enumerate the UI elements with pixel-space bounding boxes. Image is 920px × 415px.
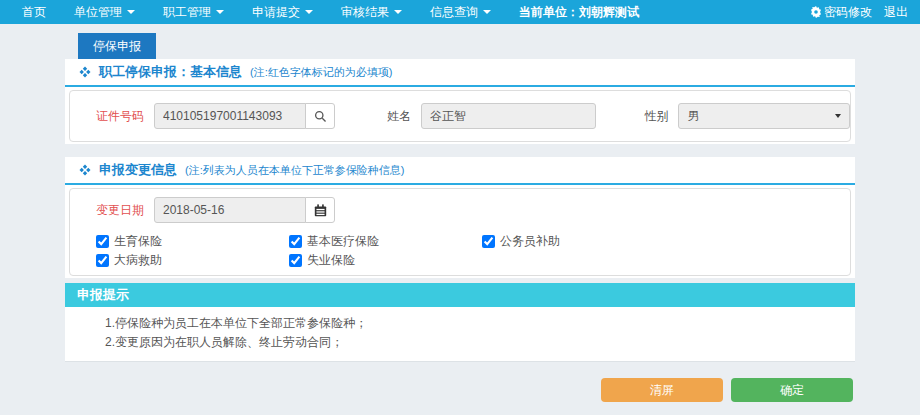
civil-servant-checkbox-label: 公务员补助 bbox=[500, 233, 560, 250]
nav-item-submit[interactable]: 申请提交 bbox=[238, 0, 327, 24]
id-number-input[interactable] bbox=[154, 103, 306, 129]
basic-medical-checkbox[interactable] bbox=[289, 235, 302, 248]
navbar-right: 密码修改 退出 bbox=[810, 4, 908, 21]
nav-item-info-query[interactable]: 信息查询 bbox=[416, 0, 505, 24]
tips-header: 申报提示 bbox=[65, 283, 855, 307]
confirm-button[interactable]: 确定 bbox=[731, 378, 853, 402]
chevron-down-icon bbox=[216, 10, 224, 14]
change-date-input[interactable] bbox=[154, 197, 306, 223]
nav-item-home-label: 首页 bbox=[22, 5, 46, 19]
chevron-down-icon bbox=[394, 10, 402, 14]
checkbox-item-maternity[interactable]: 生育保险 bbox=[96, 233, 289, 250]
calendar-button[interactable] bbox=[305, 197, 335, 223]
basic-info-strip: 证件号码 姓名 性别 男 bbox=[65, 87, 855, 144]
logout-label: 退出 bbox=[884, 4, 908, 21]
tab-stop-insurance-declare[interactable]: 停保申报 bbox=[78, 33, 156, 59]
password-change-label: 密码修改 bbox=[824, 4, 872, 21]
checkbox-item-unemployment[interactable]: 失业保险 bbox=[289, 252, 482, 269]
tip-line-2: 2.变更原因为在职人员解除、终止劳动合同； bbox=[105, 333, 855, 352]
civil-servant-checkbox[interactable] bbox=[482, 235, 495, 248]
change-date-input-group bbox=[154, 197, 335, 223]
checkbox-item-civil-servant[interactable]: 公务员补助 bbox=[482, 233, 675, 250]
section-change-title: 申报变更信息 bbox=[99, 161, 177, 179]
select-caret-icon bbox=[835, 114, 841, 118]
nav-item-review-result[interactable]: 审核结果 bbox=[327, 0, 416, 24]
nav-item-unit-mgmt-label: 单位管理 bbox=[74, 5, 122, 19]
nav-item-review-result-label: 审核结果 bbox=[341, 5, 389, 19]
tips-body: 1.停保险种为员工在本单位下全部正常参保险种； 2.变更原因为在职人员解除、终止… bbox=[65, 307, 855, 362]
serious-illness-checkbox[interactable] bbox=[96, 254, 109, 267]
section-basic-note: (注:红色字体标记的为必填项) bbox=[250, 65, 392, 80]
serious-illness-checkbox-label: 大病救助 bbox=[114, 252, 162, 269]
logout-link[interactable]: 退出 bbox=[884, 4, 908, 21]
nav-item-home[interactable]: 首页 bbox=[8, 0, 60, 24]
change-info-box: 变更日期 生育保险 基本医疗保险 bbox=[69, 188, 851, 276]
gear-icon bbox=[810, 6, 822, 18]
diamond-cluster-icon bbox=[79, 164, 91, 176]
checkbox-item-basic-medical[interactable]: 基本医疗保险 bbox=[289, 233, 482, 250]
id-number-label: 证件号码 bbox=[96, 108, 144, 125]
insurance-checkbox-grid: 生育保险 基本医疗保险 公务员补助 大病救助 失业保险 bbox=[70, 233, 850, 271]
tab-bar: 停保申报 bbox=[65, 33, 855, 59]
gender-label: 性别 bbox=[644, 108, 668, 125]
unemployment-checkbox[interactable] bbox=[289, 254, 302, 267]
chevron-down-icon bbox=[483, 10, 491, 14]
unemployment-checkbox-label: 失业保险 bbox=[307, 252, 355, 269]
nav-item-employee-mgmt[interactable]: 职工管理 bbox=[149, 0, 238, 24]
section-basic-title: 职工停保申报：基本信息 bbox=[99, 63, 242, 81]
chevron-down-icon bbox=[127, 10, 135, 14]
section-change-note: (注:列表为人员在本单位下正常参保险种信息) bbox=[185, 163, 404, 178]
gender-select[interactable]: 男 bbox=[678, 103, 850, 129]
search-icon bbox=[314, 110, 327, 123]
section-basic-header: 职工停保申报：基本信息 (注:红色字体标记的为必填项) bbox=[65, 59, 855, 87]
nav-item-unit-mgmt[interactable]: 单位管理 bbox=[60, 0, 149, 24]
top-navbar: 首页 单位管理 职工管理 申请提交 审核结果 信息查询 当前单位：刘朝辉测试 密… bbox=[0, 0, 920, 24]
password-change-link[interactable]: 密码修改 bbox=[810, 4, 872, 21]
gender-select-value: 男 bbox=[687, 108, 699, 125]
section-change-header: 申报变更信息 (注:列表为人员在本单位下正常参保险种信息) bbox=[65, 157, 855, 185]
chevron-down-icon bbox=[305, 10, 313, 14]
basic-medical-checkbox-label: 基本医疗保险 bbox=[307, 233, 379, 250]
basic-info-box: 证件号码 姓名 性别 男 bbox=[69, 90, 851, 142]
section-gap bbox=[65, 144, 855, 157]
maternity-checkbox[interactable] bbox=[96, 235, 109, 248]
search-button[interactable] bbox=[305, 103, 335, 129]
tips-panel: 申报提示 1.停保险种为员工在本单位下全部正常参保险种； 2.变更原因为在职人员… bbox=[65, 283, 855, 362]
name-input[interactable] bbox=[421, 103, 596, 129]
change-date-label: 变更日期 bbox=[96, 202, 144, 219]
main-content: 停保申报 职工停保申报：基本信息 (注:红色字体标记的为必填项) 证件号码 姓名 bbox=[65, 33, 855, 402]
calendar-icon bbox=[314, 204, 327, 217]
basic-info-row: 证件号码 姓名 性别 男 bbox=[70, 103, 850, 129]
id-number-input-group bbox=[154, 103, 335, 129]
change-date-row: 变更日期 bbox=[70, 197, 850, 223]
checkbox-item-serious-illness[interactable]: 大病救助 bbox=[96, 252, 289, 269]
clear-button[interactable]: 清屏 bbox=[601, 378, 723, 402]
nav-item-employee-mgmt-label: 职工管理 bbox=[163, 5, 211, 19]
change-info-strip: 变更日期 生育保险 基本医疗保险 bbox=[65, 185, 855, 278]
maternity-checkbox-label: 生育保险 bbox=[114, 233, 162, 250]
current-unit-text: 当前单位：刘朝辉测试 bbox=[519, 4, 639, 21]
name-label: 姓名 bbox=[387, 108, 411, 125]
nav-item-info-query-label: 信息查询 bbox=[430, 5, 478, 19]
nav-item-submit-label: 申请提交 bbox=[252, 5, 300, 19]
diamond-cluster-icon bbox=[79, 66, 91, 78]
action-bar: 清屏 确定 bbox=[65, 378, 855, 402]
tip-line-1: 1.停保险种为员工在本单位下全部正常参保险种； bbox=[105, 314, 855, 333]
